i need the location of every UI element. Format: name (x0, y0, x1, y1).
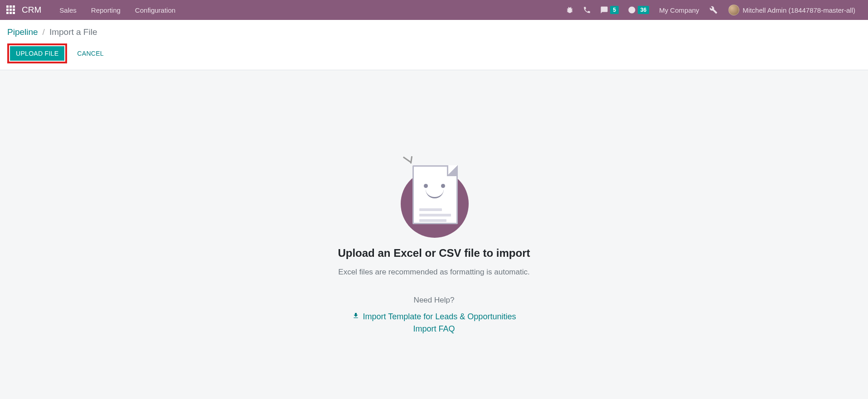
import-faq-link[interactable]: Import FAQ (413, 324, 455, 334)
import-faq-label: Import FAQ (413, 324, 455, 334)
app-brand[interactable]: CRM (22, 5, 41, 15)
main-content: Upload an Excel or CSV file to import Ex… (0, 70, 868, 337)
help-label: Need Help? (414, 296, 455, 305)
phone-icon[interactable] (578, 0, 596, 20)
import-template-link[interactable]: Import Template for Leads & Opportunitie… (352, 312, 516, 322)
empty-state-subtitle: Excel files are recommended as formattin… (338, 268, 529, 277)
breadcrumb-current: Import a File (49, 27, 97, 37)
upload-illustration (393, 156, 475, 238)
breadcrumb-separator: / (43, 27, 45, 37)
import-template-label: Import Template for Leads & Opportunitie… (363, 312, 516, 322)
activities-icon[interactable]: 36 (623, 0, 654, 20)
username-label: Mitchell Admin (18447878-master-all) (743, 6, 860, 14)
control-panel: Pipeline / Import a File UPLOAD FILE CAN… (0, 20, 868, 70)
download-icon (352, 312, 359, 322)
avatar-icon (728, 5, 739, 15)
menu-reporting[interactable]: Reporting (84, 0, 128, 20)
menu-configuration[interactable]: Configuration (128, 0, 183, 20)
cancel-button[interactable]: CANCEL (73, 47, 108, 60)
empty-state-title: Upload an Excel or CSV file to import (338, 247, 530, 260)
user-menu[interactable]: Mitchell Admin (18447878-master-all) (722, 0, 864, 20)
debug-icon[interactable] (561, 0, 578, 20)
activities-badge: 36 (638, 6, 649, 14)
messages-badge: 5 (610, 6, 619, 14)
upload-highlight: UPLOAD FILE (7, 43, 67, 63)
main-navbar: CRM Sales Reporting Configuration 5 36 M… (0, 0, 868, 20)
company-selector[interactable]: My Company (654, 0, 704, 20)
upload-file-button[interactable]: UPLOAD FILE (10, 46, 64, 61)
apps-icon[interactable] (6, 5, 15, 14)
breadcrumb: Pipeline / Import a File (7, 27, 861, 37)
breadcrumb-pipeline[interactable]: Pipeline (7, 27, 38, 37)
settings-icon[interactable] (705, 0, 722, 20)
menu-sales[interactable]: Sales (52, 0, 84, 20)
messages-icon[interactable]: 5 (596, 0, 623, 20)
